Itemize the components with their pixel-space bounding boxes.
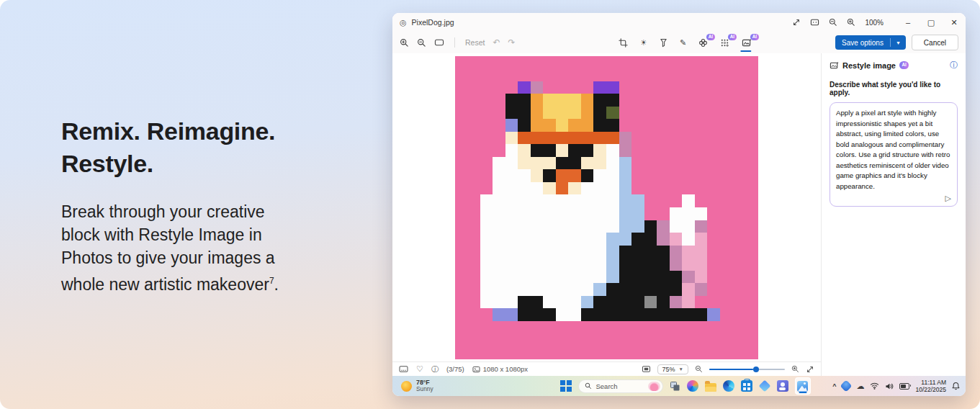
cancel-button[interactable]: Cancel — [912, 35, 958, 50]
titlebar: ◎ PixelDog.jpg 100% – ▢ ✕ — [392, 13, 966, 32]
marketing-page: Remix. Reimagine. Restyle. Break through… — [0, 0, 980, 409]
photos-app-window: ◎ PixelDog.jpg 100% – ▢ ✕ — [392, 13, 966, 376]
pixel-dog-image — [455, 56, 758, 359]
minimize-button[interactable]: – — [896, 13, 920, 32]
zoom-percent-value: 75% — [662, 366, 675, 373]
ai-badge: AI — [728, 34, 737, 40]
photos-icon-glyph — [797, 381, 808, 392]
photos-app-icon: ◎ — [400, 18, 407, 27]
start-button[interactable] — [560, 380, 572, 392]
markup-icon[interactable]: ✎ — [680, 38, 686, 48]
fit-screen-icon[interactable] — [642, 365, 651, 373]
hero-body-text: Break through your creative block with R… — [61, 202, 275, 294]
tray-app-icon[interactable] — [840, 380, 853, 392]
favorite-icon[interactable]: ♡ — [416, 364, 423, 374]
redo-icon[interactable]: ↷ — [508, 37, 516, 48]
panel-info-icon[interactable]: ⓘ — [950, 60, 958, 71]
search-box[interactable]: Search — [578, 379, 663, 393]
notifications-bell-icon[interactable] — [952, 382, 960, 390]
filter-icon[interactable] — [660, 38, 667, 48]
maximize-button[interactable]: ▢ — [920, 13, 943, 32]
adjustments-icon[interactable]: ☀ — [640, 38, 647, 48]
headline-line1: Remix. Reimagine. — [61, 117, 275, 145]
hero-body: Break through your creative block with R… — [61, 200, 306, 296]
edge-browser-icon[interactable] — [723, 380, 734, 392]
search-icon — [585, 382, 592, 390]
weather-widget[interactable]: 78°F Sunny — [401, 376, 433, 396]
restyle-panel: Restyle image AI ⓘ Describe what style y… — [821, 53, 966, 376]
save-options-chevron-icon[interactable]: ▼ — [891, 40, 906, 45]
desktop-screenshot: ◎ PixelDog.jpg 100% – ▢ ✕ — [392, 13, 966, 396]
teams-icon[interactable] — [777, 380, 788, 392]
zoom-level[interactable]: 100% — [865, 19, 884, 27]
save-options-button[interactable]: Save options ▼ — [835, 35, 906, 50]
phone-link-icon[interactable] — [759, 380, 770, 392]
restyle-image-button[interactable]: AI — [742, 38, 752, 48]
tray-date: 10/22/2025 — [915, 386, 946, 393]
reset-button[interactable]: Reset — [465, 38, 485, 47]
image-counter: (3/75) — [446, 365, 464, 373]
microsoft-store-icon[interactable] — [741, 380, 752, 392]
filmstrip-toggle-icon[interactable] — [399, 365, 408, 373]
sun-icon — [401, 381, 412, 392]
image-dimensions-group: 1080 x 1080px — [472, 365, 528, 373]
system-tray: ^ ☁ 11:11 AM 10/22/2025 — [832, 376, 960, 396]
hero-text-block: Remix. Reimagine. Restyle. Break through… — [61, 115, 306, 296]
zoom-slider[interactable] — [709, 366, 785, 373]
onedrive-icon[interactable]: ☁ — [856, 382, 864, 391]
zoom-out-icon[interactable] — [829, 18, 837, 27]
toolbar-divider — [454, 37, 455, 48]
restyle-image-icon — [742, 38, 752, 48]
chevron-down-icon: ▼ — [679, 367, 683, 372]
send-icon[interactable]: ▷ — [945, 194, 951, 203]
style-prompt-input[interactable]: Apply a pixel art style with highly impr… — [830, 102, 958, 207]
ai-badge: AI — [750, 34, 759, 40]
zoom-percent-dropdown[interactable]: 75% ▼ — [657, 364, 688, 374]
search-highlight-image[interactable] — [648, 382, 660, 391]
photos-taskbar-icon[interactable] — [795, 377, 811, 395]
headline-line2: Restyle. — [61, 150, 153, 177]
footnote-marker: 7 — [269, 276, 274, 286]
cancel-label: Cancel — [924, 39, 946, 47]
style-prompt-text[interactable]: Apply a pixel art style with highly impr… — [836, 108, 951, 192]
undo-icon[interactable]: ↶ — [493, 37, 500, 48]
file-explorer-icon[interactable] — [705, 383, 716, 392]
zoom-slider-thumb[interactable] — [753, 367, 759, 372]
hidden-icons-chevron[interactable]: ^ — [832, 382, 836, 390]
clock[interactable]: 11:11 AM 10/22/2025 — [915, 379, 946, 393]
slider-zoom-out-icon[interactable] — [695, 365, 703, 373]
battery-icon[interactable] — [899, 383, 909, 390]
task-view-icon[interactable] — [670, 381, 680, 392]
canvas-zoom-out-icon[interactable] — [417, 38, 426, 48]
fullscreen-toggle-icon[interactable] — [806, 365, 814, 374]
canvas-zoom-in-icon[interactable] — [400, 38, 409, 48]
image-size-icon — [472, 366, 480, 373]
slider-zoom-in-icon[interactable] — [791, 365, 799, 373]
info-icon[interactable]: ⓘ — [431, 364, 439, 374]
statusbar: ♡ ⓘ (3/75) 1080 x 1080px 75% ▼ — [392, 361, 821, 376]
ai-relight-button[interactable]: AI — [720, 38, 729, 48]
slideshow-icon[interactable] — [810, 18, 819, 27]
save-options-label: Save options — [835, 39, 890, 47]
zoom-slider-fill — [709, 369, 753, 370]
wifi-icon[interactable] — [870, 382, 879, 390]
fullscreen-icon[interactable] — [792, 18, 801, 27]
image-dimensions: 1080 x 1080px — [483, 365, 528, 373]
tray-time: 11:11 AM — [921, 379, 946, 386]
close-button[interactable]: ✕ — [943, 13, 966, 32]
taskbar: 78°F Sunny Search — [392, 376, 966, 396]
volume-icon[interactable] — [885, 382, 894, 390]
describe-label: Describe what style you'd like to apply. — [830, 81, 958, 96]
copilot-icon[interactable] — [687, 380, 698, 392]
crop-icon[interactable] — [619, 38, 628, 48]
fit-to-window-icon[interactable] — [434, 38, 444, 47]
ai-badge: AI — [706, 34, 715, 40]
ai-erase-button[interactable]: AI — [698, 38, 708, 48]
zoom-in-icon[interactable] — [847, 18, 855, 27]
window-title: PixelDog.jpg — [412, 18, 454, 27]
panel-title: Restyle image — [842, 61, 896, 70]
weather-condition: Sunny — [416, 386, 433, 393]
hero-headline: Remix. Reimagine. Restyle. — [61, 115, 306, 180]
window-content: ♡ ⓘ (3/75) 1080 x 1080px 75% ▼ — [392, 53, 966, 376]
active-app-indicator — [799, 392, 806, 394]
